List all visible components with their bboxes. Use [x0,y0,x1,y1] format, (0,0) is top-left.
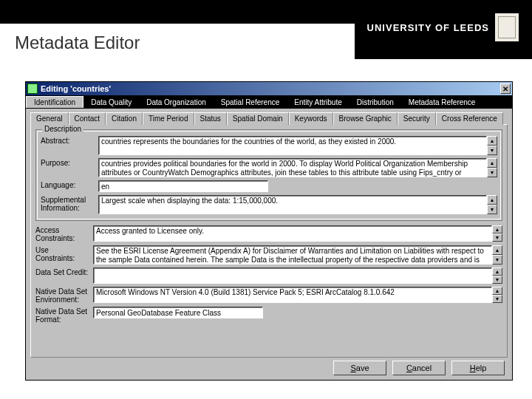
close-icon[interactable]: ✕ [500,83,511,94]
tab-contact[interactable]: Contact [69,112,106,125]
metadata-editor-window: Editing 'countries' ✕ IdentificationData… [25,81,513,381]
purpose-scroll[interactable]: ▲▼ [487,158,497,177]
nav-item-metadata-reference[interactable]: Metadata Reference [401,97,483,108]
credit-label: Data Set Credit: [35,267,89,277]
arrow-up-icon[interactable]: ▲ [492,287,502,295]
format-field[interactable]: Personal GeoDatabase Feature Class [93,307,263,318]
abstract-row: Abstract: countries represents the bound… [41,136,497,155]
general-panel: Description Abstract: countries represen… [30,124,508,358]
nav-item-distribution[interactable]: Distribution [349,97,401,108]
brand-logo-icon [495,13,519,41]
slide-title: Metadata Editor [15,33,140,53]
dialog-buttons: Save Cancel Help [333,361,505,375]
credit-field[interactable] [93,267,492,284]
tab-bar: GeneralContactCitationTime PeriodStatusS… [26,109,512,124]
arrow-down-icon[interactable]: ▼ [487,205,497,214]
abstract-scroll[interactable]: ▲▼ [487,136,497,155]
arrow-down-icon[interactable]: ▼ [487,146,497,155]
access-row: Access Constraints: Access granted to Li… [35,225,502,242]
nav-item-entity-attribute[interactable]: Entity Attribute [287,97,349,108]
tab-general[interactable]: General [30,112,69,125]
credit-scroll[interactable]: ▲▼ [492,267,502,284]
tab-status[interactable]: Status [194,112,227,125]
arrow-up-icon[interactable]: ▲ [487,195,497,205]
supplemental-scroll[interactable]: ▲▼ [487,195,497,214]
format-label: Native Data Set Format: [35,307,89,324]
supplemental-label: Supplemental Information: [41,195,94,212]
arrow-up-icon[interactable]: ▲ [492,267,502,276]
window-title: Editing 'countries' [41,84,500,93]
tab-keywords[interactable]: Keywords [289,112,333,125]
supplemental-field[interactable]: Largest scale when displaying the data: … [98,195,487,214]
arrow-down-icon[interactable]: ▼ [487,168,497,177]
credit-row: Data Set Credit: ▲▼ [35,267,502,284]
purpose-row: Purpose: countries provides political bo… [41,158,497,177]
brand-area: UNIVERSITY OF LEEDS [367,13,519,41]
tab-cross-reference[interactable]: Cross Reference [436,112,503,125]
cancel-button[interactable]: Cancel [392,361,446,375]
purpose-label: Purpose: [41,158,94,168]
use-field[interactable]: See the ESRI License Agreement (Appendix… [93,245,492,265]
description-legend: Description [42,125,83,133]
app-icon [27,83,38,94]
env-label: Native Data Set Environment: [35,287,89,304]
arrow-up-icon[interactable]: ▲ [487,136,497,146]
access-scroll[interactable]: ▲▼ [492,225,502,242]
abstract-label: Abstract: [41,136,94,146]
slide-title-area: Metadata Editor [0,24,355,59]
use-scroll[interactable]: ▲▼ [492,245,502,265]
tab-citation[interactable]: Citation [106,112,143,125]
language-row: Language: en [41,180,497,192]
save-button[interactable]: Save [333,361,386,375]
description-group: Description Abstract: countries represen… [35,129,502,221]
tab-time-period[interactable]: Time Period [143,112,194,125]
format-row: Native Data Set Format: Personal GeoData… [35,307,502,324]
language-label: Language: [41,180,94,190]
arrow-up-icon[interactable]: ▲ [492,225,502,233]
abstract-field[interactable]: countries represents the boundaries for … [98,136,487,155]
env-field[interactable]: Microsoft Windows NT Version 4.0 (Build … [93,287,492,303]
access-label: Access Constraints: [35,225,89,242]
arrow-up-icon[interactable]: ▲ [487,158,497,168]
title-bar[interactable]: Editing 'countries' ✕ [26,82,512,95]
arrow-down-icon[interactable]: ▼ [492,233,502,242]
nav-item-data-quality[interactable]: Data Quality [83,97,139,108]
arrow-down-icon[interactable]: ▼ [492,276,502,284]
nav-item-identification[interactable]: Identification [26,96,83,108]
access-field[interactable]: Access granted to Licensee only. [93,225,492,242]
help-button[interactable]: Help [451,361,505,375]
tab-browse-graphic[interactable]: Browse Graphic [333,112,398,125]
slide-header: Metadata Editor UNIVERSITY OF LEEDS [0,0,532,59]
supplemental-row: Supplemental Information: Largest scale … [41,195,497,214]
nav-item-data-organization[interactable]: Data Organization [139,97,214,108]
arrow-up-icon[interactable]: ▲ [492,245,502,255]
nav-item-spatial-reference[interactable]: Spatial Reference [214,97,287,108]
arrow-down-icon[interactable]: ▼ [492,295,502,303]
arrow-down-icon[interactable]: ▼ [492,255,502,265]
tab-security[interactable]: Security [398,112,436,125]
purpose-field[interactable]: countries provides political boundaries … [98,158,487,177]
brand-text: UNIVERSITY OF LEEDS [367,22,489,33]
env-scroll[interactable]: ▲▼ [492,287,502,303]
tab-spatial-domain[interactable]: Spatial Domain [227,112,289,125]
section-nav: IdentificationData QualityData Organizat… [26,95,512,109]
env-row: Native Data Set Environment: Microsoft W… [35,287,502,304]
use-row: Use Constraints: See the ESRI License Ag… [35,245,502,265]
language-field[interactable]: en [98,180,268,192]
use-label: Use Constraints: [35,245,89,262]
